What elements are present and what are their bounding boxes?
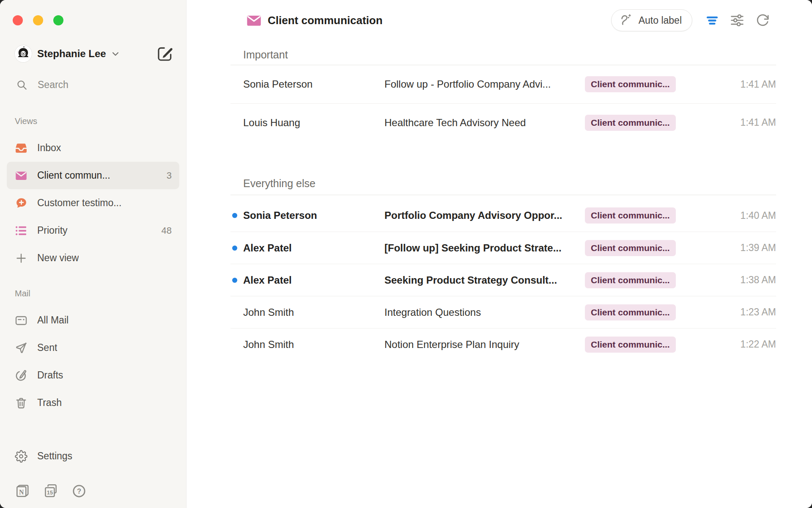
email-time: 1:41 AM: [721, 79, 776, 90]
unread-dot: [232, 278, 237, 283]
label-badge[interactable]: Client communic...: [585, 272, 676, 288]
refresh-icon[interactable]: [755, 13, 770, 28]
app-window: Stephanie Lee Search Views InboxClient c…: [0, 0, 812, 508]
main-header: Client communication Auto label: [187, 0, 812, 41]
mail-icon: [15, 169, 27, 182]
sidebar-item-client-commun[interactable]: Client commun...3: [7, 162, 179, 189]
label-badge[interactable]: Client communic...: [585, 337, 676, 353]
section-divider: [230, 195, 776, 195]
sidebar-item-sent[interactable]: Sent: [7, 334, 179, 362]
sidebar-item-all-mail[interactable]: All Mail: [7, 306, 179, 334]
sidebar-item-label: Settings: [37, 450, 72, 462]
sidebar-item-label: Sent: [37, 342, 57, 353]
chevron-down-icon[interactable]: [110, 49, 121, 59]
section-heading: Everything else: [243, 177, 776, 190]
email-sender: John Smith: [243, 306, 384, 318]
notion-logo-icon[interactable]: N: [15, 483, 30, 499]
section-label-mail: Mail: [15, 289, 179, 299]
unread-dot: [232, 246, 237, 251]
search-label: Search: [38, 79, 69, 91]
profile-row[interactable]: Stephanie Lee: [15, 45, 179, 62]
email-row[interactable]: John SmithIntegration QuestionsClient co…: [230, 296, 776, 328]
section-label-views: Views: [15, 116, 179, 127]
views-items: InboxClient commun...3Customer testimo..…: [7, 134, 179, 272]
email-row[interactable]: Sonia PetersonFollow up - Portfolio Comp…: [230, 65, 776, 103]
email-list: ImportantSonia PetersonFollow up - Portf…: [230, 48, 776, 360]
sidebar-item-priority[interactable]: Priority48: [7, 217, 179, 244]
sidebar-footer: N 15 ?: [15, 483, 173, 500]
sidebar-item-label: Client commun...: [37, 170, 110, 181]
svg-text:15: 15: [47, 489, 53, 496]
filter-icon[interactable]: [705, 13, 719, 28]
sidebar-item-label: Inbox: [37, 142, 61, 154]
user-name: Stephanie Lee: [37, 48, 106, 60]
send-icon: [15, 342, 27, 354]
email-row[interactable]: Sonia PetersonPortfolio Company Advisory…: [230, 199, 776, 232]
unread-count: 48: [162, 225, 172, 236]
label-badge[interactable]: Client communic...: [585, 304, 676, 320]
sidebar-item-label: Drafts: [37, 370, 63, 381]
avatar: [15, 45, 32, 62]
label-badge[interactable]: Client communic...: [585, 115, 676, 131]
email-time: 1:39 AM: [721, 242, 776, 254]
mail-label-icon: [246, 13, 262, 28]
auto-label-text: Auto label: [639, 15, 682, 26]
email-sender: Alex Patel: [243, 242, 384, 254]
trash-icon: [15, 397, 27, 409]
calendar-icon[interactable]: 15: [43, 483, 58, 499]
sidebar-item-new-view[interactable]: New view: [7, 244, 179, 272]
sidebar-item-inbox[interactable]: Inbox: [7, 134, 179, 162]
email-subject: Integration Questions: [384, 306, 585, 318]
sidebar-item-label: Trash: [37, 397, 62, 409]
email-row[interactable]: Alex Patel[Follow up] Seeking Product St…: [230, 232, 776, 264]
email-time: 1:38 AM: [721, 274, 776, 286]
search-button[interactable]: Search: [15, 76, 179, 94]
zoom-button[interactable]: [53, 15, 63, 25]
search-icon: [16, 79, 27, 91]
envelope-card-icon: [15, 314, 27, 327]
sidebar-item-customer-testimo[interactable]: Customer testimo...: [7, 189, 179, 217]
close-button[interactable]: [13, 15, 23, 25]
sidebar-item-label: All Mail: [37, 315, 69, 326]
help-icon[interactable]: ?: [71, 483, 87, 499]
email-row[interactable]: Alex PatelSeeking Product Strategy Consu…: [230, 264, 776, 296]
email-subject: Healthcare Tech Advisory Need: [384, 117, 585, 129]
minimize-button[interactable]: [33, 15, 43, 25]
sidebar: Stephanie Lee Search Views InboxClient c…: [0, 0, 187, 508]
mail-items: All MailSentDraftsTrash: [7, 306, 179, 417]
email-subject: [Follow up] Seeking Product Strate...: [384, 242, 585, 254]
email-sender: Sonia Peterson: [243, 78, 384, 90]
list-icon: [15, 224, 27, 237]
sidebar-item-settings[interactable]: Settings: [7, 442, 179, 470]
label-badge[interactable]: Client communic...: [585, 76, 676, 92]
label-badge[interactable]: Client communic...: [585, 207, 676, 224]
plus-icon: [15, 252, 27, 265]
sidebar-item-label: New view: [37, 252, 79, 264]
inbox-icon: [15, 142, 27, 155]
draft-icon: [15, 369, 27, 382]
gear-icon: [15, 450, 27, 463]
email-row[interactable]: Louis HuangHealthcare Tech Advisory Need…: [230, 103, 776, 141]
sidebar-item-drafts[interactable]: Drafts: [7, 362, 179, 389]
svg-text:N: N: [19, 489, 24, 496]
email-row[interactable]: John SmithNotion Enterprise Plan Inquiry…: [230, 328, 776, 360]
email-subject: Portfolio Company Advisory Oppor...: [384, 210, 585, 221]
page-title: Client communication: [268, 14, 383, 27]
label-badge[interactable]: Client communic...: [585, 240, 676, 256]
email-sender: Alex Patel: [243, 274, 384, 286]
auto-label-button[interactable]: Auto label: [611, 9, 692, 31]
email-sender: John Smith: [243, 339, 384, 351]
unread-dot: [232, 213, 237, 218]
email-time: 1:23 AM: [721, 306, 776, 318]
email-section-everything-else: Everything elseSonia PetersonPortfolio C…: [230, 177, 776, 360]
sliders-icon[interactable]: [730, 13, 744, 28]
sidebar-item-trash[interactable]: Trash: [7, 389, 179, 417]
email-subject: Notion Enterprise Plan Inquiry: [384, 339, 585, 351]
unread-count: 3: [167, 170, 172, 181]
email-subject: Seeking Product Strategy Consult...: [384, 274, 585, 286]
email-time: 1:22 AM: [721, 339, 776, 350]
compose-icon[interactable]: [156, 45, 173, 62]
email-time: 1:41 AM: [721, 117, 776, 128]
traffic-lights: [13, 15, 179, 25]
email-time: 1:40 AM: [721, 210, 776, 221]
